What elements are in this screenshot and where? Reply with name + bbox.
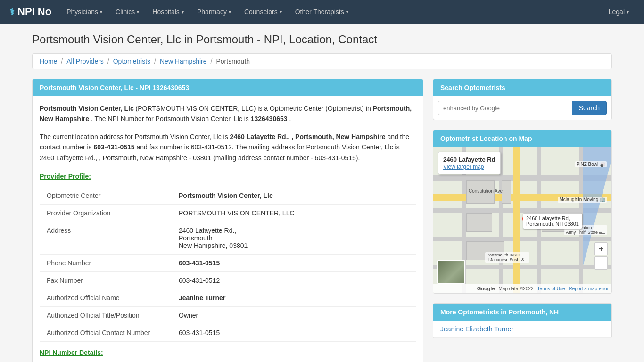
map-label: Constitution Ave	[469, 189, 503, 194]
chevron-down-icon: ▾	[280, 9, 282, 15]
chevron-down-icon: ▾	[100, 9, 102, 15]
row-label: Authorized Official Contact Number	[40, 324, 172, 341]
table-row: Authorized Official Title/Position Owner	[40, 306, 416, 324]
navbar: ⚕ NPI No Physicians ▾ Clinics ▾ Hospital…	[0, 0, 644, 24]
row-value: 603-431-0512	[172, 272, 416, 289]
content-layout: Portsmouth Vision Center, Llc - NPI 1326…	[32, 79, 612, 362]
search-panel-header: Search Optometrists	[433, 79, 611, 96]
map-address: 2460 Lafayette Rd	[443, 156, 495, 163]
breadcrumb-new-hampshire[interactable]: New Hampshire	[160, 58, 207, 65]
main-container: Portsmouth Vision Center, Llc in Portsmo…	[25, 24, 619, 362]
nav-other-therapists[interactable]: Other Therapists ▾	[289, 0, 354, 24]
nav-clinics[interactable]: Clinics ▾	[110, 0, 145, 24]
info-table: Optometric Center Portsmouth Vision Cent…	[40, 187, 416, 342]
side-column: Search Optometrists Search Optometrist L…	[433, 79, 612, 348]
table-row: Authorized Official Name Jeanine Turner	[40, 289, 416, 306]
zoom-in-button[interactable]: +	[594, 242, 608, 255]
brand-name: NPI No	[17, 6, 51, 18]
breadcrumb-optometrists[interactable]: Optometrists	[113, 58, 150, 65]
pin-label: 2460 Lafayette Rd,Portsmouth, NH 03801	[523, 213, 582, 229]
breadcrumb: Home / All Providers / Optometrists / Ne…	[32, 53, 612, 69]
provider-intro-end: .	[289, 115, 291, 123]
breadcrumb-home[interactable]: Home	[40, 58, 57, 65]
table-row: Authorized Official Contact Number 603-4…	[40, 324, 416, 341]
breadcrumb-sep: /	[61, 58, 63, 65]
row-label: Provider Organization	[40, 204, 172, 222]
npi-number-details-link[interactable]: NPI Number Details:	[40, 349, 416, 356]
row-label: Fax Number	[40, 272, 172, 289]
more-optometrist-link[interactable]: Jeanine Elizabeth Turner	[440, 325, 513, 333]
nav-legal[interactable]: Legal ▾	[603, 0, 635, 24]
phone-bold: 603-431-0515	[93, 143, 134, 151]
main-card-header: Portsmouth Vision Center, Llc - NPI 1326…	[33, 79, 423, 96]
main-card: Portsmouth Vision Center, Llc - NPI 1326…	[32, 79, 423, 362]
row-value: PORTSMOUTH VISION CENTER, LLC	[172, 204, 416, 222]
row-value: Jeanine Turner	[172, 289, 416, 306]
more-optometrists-panel: More Optometrists in Portsmouth, NH Jean…	[433, 303, 612, 338]
row-label: Address	[40, 222, 172, 254]
poi-moving: Mclaughlin Moving 🏢	[558, 197, 607, 203]
row-value: Owner	[172, 306, 416, 324]
table-row: Fax Number 603-431-0512	[40, 272, 416, 289]
row-value: 603-431-0515	[172, 254, 416, 272]
table-row: Phone Number 603-431-0515	[40, 254, 416, 272]
row-label: Authorized Official Title/Position	[40, 306, 172, 324]
search-box: Search	[433, 96, 611, 120]
nav-items: Physicians ▾ Clinics ▾ Hospitals ▾ Pharm…	[61, 0, 603, 24]
row-value: 603-431-0515	[172, 324, 416, 341]
google-logo: Google	[477, 286, 495, 291]
map-container: PiNZ Bowl 🎳 Mclaughlin Moving 🏢 The Salv…	[433, 147, 611, 293]
provider-profile-link[interactable]: Provider Profile:	[40, 173, 416, 180]
nav-physicians[interactable]: Physicians ▾	[61, 0, 108, 24]
row-label: Authorized Official Name	[40, 289, 172, 306]
row-value: 2460 Lafayette Rd., , Portsmouth New Ham…	[172, 222, 416, 254]
search-panel: Search Optometrists Search	[433, 79, 612, 120]
zoom-out-button[interactable]: −	[594, 256, 608, 270]
breadcrumb-sep: /	[107, 58, 109, 65]
nav-pharmacy[interactable]: Pharmacy ▾	[191, 0, 237, 24]
row-value: Portsmouth Vision Center, Llc	[172, 187, 416, 205]
provider-intro-text: (PORTSMOUTH VISION CENTER, LLC) is a Opt…	[136, 105, 373, 112]
table-row: Optometric Center Portsmouth Vision Cent…	[40, 187, 416, 205]
map-data-text: Map data ©2022	[499, 286, 534, 291]
search-input[interactable]	[438, 101, 572, 115]
address-bold: 2460 Lafayette Rd., , Portsmouth, New Ha…	[230, 133, 386, 140]
page-title: Portsmouth Vision Center, Llc in Portsmo…	[32, 33, 612, 46]
main-card-body: Portsmouth Vision Center, Llc (PORTSMOUT…	[33, 96, 423, 362]
map-panel: Optometrist Location on Map	[433, 130, 612, 294]
search-button[interactable]: Search	[572, 101, 607, 115]
view-larger-map-link[interactable]: View larger map	[443, 164, 484, 170]
chevron-down-icon: ▾	[229, 9, 231, 15]
nav-counselors[interactable]: Counselors ▾	[239, 0, 288, 24]
row-label: Phone Number	[40, 254, 172, 272]
brand-logo[interactable]: ⚕ NPI No	[9, 6, 51, 18]
terms-of-use-link[interactable]: Terms of Use	[537, 286, 565, 291]
more-panel-header: More Optometrists in Portsmouth, NH	[433, 304, 611, 321]
map-info-box: 2460 Lafayette Rd View larger map	[438, 152, 501, 174]
provider-intro: Portsmouth Vision Center, Llc (PORTSMOUT…	[40, 103, 416, 124]
poi-ikko: Portsmouth IKKOII Japanese Sushi &...	[485, 252, 529, 263]
chevron-down-icon: ▾	[346, 9, 348, 15]
poi-pinz: PiNZ Bowl 🎳	[575, 161, 607, 167]
map-controls: + −	[594, 242, 608, 270]
report-map-error-link[interactable]: Report a map error	[569, 286, 609, 291]
npi-number-bold: 1326430653	[251, 115, 288, 123]
map-footer: Google Map data ©2022 Terms of Use Repor…	[433, 284, 611, 293]
breadcrumb-all-providers[interactable]: All Providers	[66, 58, 104, 65]
chevron-down-icon: ▾	[182, 9, 184, 15]
map-panel-header: Optometrist Location on Map	[433, 130, 611, 147]
row-label: Optometric Center	[40, 187, 172, 205]
nav-hospitals[interactable]: Hospitals ▾	[147, 0, 190, 24]
provider-intro-text2: . The NPI Number for Portsmouth Vision C…	[91, 115, 251, 123]
chevron-down-icon: ▾	[627, 9, 629, 15]
breadcrumb-sep: /	[154, 58, 156, 65]
main-column: Portsmouth Vision Center, Llc - NPI 1326…	[32, 79, 423, 362]
chevron-down-icon: ▾	[137, 9, 139, 15]
table-row: Address 2460 Lafayette Rd., , Portsmouth…	[40, 222, 416, 254]
list-item: Jeanine Elizabeth Turner	[433, 321, 611, 338]
breadcrumb-portsmouth: Portsmouth	[216, 58, 250, 65]
location-text: The current location address for Portsmo…	[40, 132, 416, 163]
brand-icon: ⚕	[9, 6, 15, 17]
breadcrumb-sep: /	[211, 58, 213, 65]
nav-right: Legal ▾	[603, 0, 635, 24]
